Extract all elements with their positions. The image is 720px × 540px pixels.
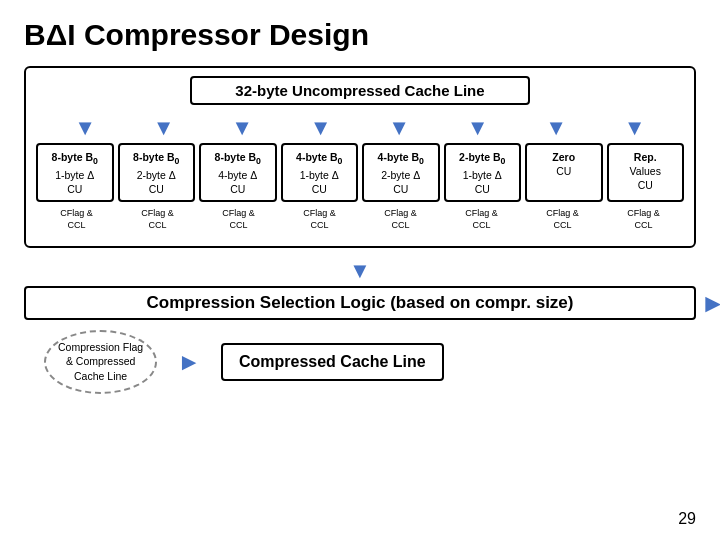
compressed-cache-line-box: Compressed Cache Line [221, 343, 444, 381]
cflag-1: CFlag &CCL [38, 208, 115, 231]
comp-block-7: Zero CU [525, 143, 603, 202]
compressed-label: Compressed Cache Line [239, 353, 426, 370]
block-3-line1: 8-byte B0 [215, 151, 261, 163]
cflag-3: CFlag &CCL [200, 208, 277, 231]
page-title: BΔI Compressor Design [24, 18, 696, 52]
arrow-right-icon: ► [177, 348, 201, 376]
block-1-line1: 8-byte B0 [52, 151, 98, 163]
comp-block-8: Rep. Values CU [607, 143, 685, 202]
bottom-row: Compression Flag& CompressedCache Line ►… [44, 330, 696, 394]
block-4-line1: 4-byte B0 [296, 151, 342, 163]
arrow-down-6: ▼ [467, 115, 489, 141]
block-5-line3: CU [393, 183, 408, 195]
comp-block-2: 8-byte B0 2-byte Δ CU [118, 143, 196, 202]
block-4-line2: 1-byte Δ [300, 169, 339, 181]
arrow-down-5: ▼ [388, 115, 410, 141]
blocks-row: 8-byte B0 1-byte Δ CU 8-byte B0 2-byte Δ… [36, 143, 684, 202]
block-5-line2: 2-byte Δ [381, 169, 420, 181]
block-3-line3: CU [230, 183, 245, 195]
arrow-down-2: ▼ [153, 115, 175, 141]
dashed-oval: Compression Flag& CompressedCache Line [44, 330, 157, 394]
cflag-8: CFlag &CCL [605, 208, 682, 231]
block-8-line2: Values [630, 165, 661, 177]
comp-block-5: 4-byte B0 2-byte Δ CU [362, 143, 440, 202]
block-6-line1: 2-byte B0 [459, 151, 505, 163]
page-container: BΔI Compressor Design 32-byte Uncompress… [0, 0, 720, 540]
comp-block-6: 2-byte B0 1-byte Δ CU [444, 143, 522, 202]
block-1-line2: 1-byte Δ [55, 169, 94, 181]
block-6-line2: 1-byte Δ [463, 169, 502, 181]
block-6-line3: CU [475, 183, 490, 195]
block-2-line1: 8-byte B0 [133, 151, 179, 163]
cache-line-label: 32-byte Uncompressed Cache Line [190, 76, 530, 105]
dashed-oval-text: Compression Flag& CompressedCache Line [58, 341, 143, 382]
block-7-line1: Zero [552, 151, 575, 163]
block-8-line1: Rep. [634, 151, 657, 163]
block-7-line2: CU [556, 165, 571, 177]
block-3-line2: 4-byte Δ [218, 169, 257, 181]
block-4-line3: CU [312, 183, 327, 195]
arrow-to-selection: ▼ [24, 258, 696, 284]
cflag-6: CFlag &CCL [443, 208, 520, 231]
block-2-line2: 2-byte Δ [137, 169, 176, 181]
selection-box: Compression Selection Logic (based on co… [24, 286, 696, 320]
cflag-7: CFlag &CCL [524, 208, 601, 231]
block-8-line3: CU [638, 179, 653, 191]
cflag-2: CFlag &CCL [119, 208, 196, 231]
selection-label: Compression Selection Logic (based on co… [147, 293, 574, 312]
right-arrow-icon: ► [700, 287, 720, 318]
page-number: 29 [678, 510, 696, 528]
block-1-line3: CU [67, 183, 82, 195]
comp-block-4: 4-byte B0 1-byte Δ CU [281, 143, 359, 202]
diagram-area: 32-byte Uncompressed Cache Line ▼ ▼ ▼ ▼ … [24, 66, 696, 248]
arrows-row: ▼ ▼ ▼ ▼ ▼ ▼ ▼ ▼ [36, 115, 684, 141]
arrow-down-8: ▼ [624, 115, 646, 141]
cflag-4: CFlag &CCL [281, 208, 358, 231]
comp-block-1: 8-byte B0 1-byte Δ CU [36, 143, 114, 202]
block-5-line1: 4-byte B0 [378, 151, 424, 163]
arrow-down-7: ▼ [545, 115, 567, 141]
cflag-5: CFlag &CCL [362, 208, 439, 231]
arrow-down-1: ▼ [74, 115, 96, 141]
arrow-down-4: ▼ [310, 115, 332, 141]
cflag-row: CFlag &CCL CFlag &CCL CFlag &CCL CFlag &… [36, 208, 684, 231]
comp-block-3: 8-byte B0 4-byte Δ CU [199, 143, 277, 202]
block-2-line3: CU [149, 183, 164, 195]
arrow-down-3: ▼ [231, 115, 253, 141]
